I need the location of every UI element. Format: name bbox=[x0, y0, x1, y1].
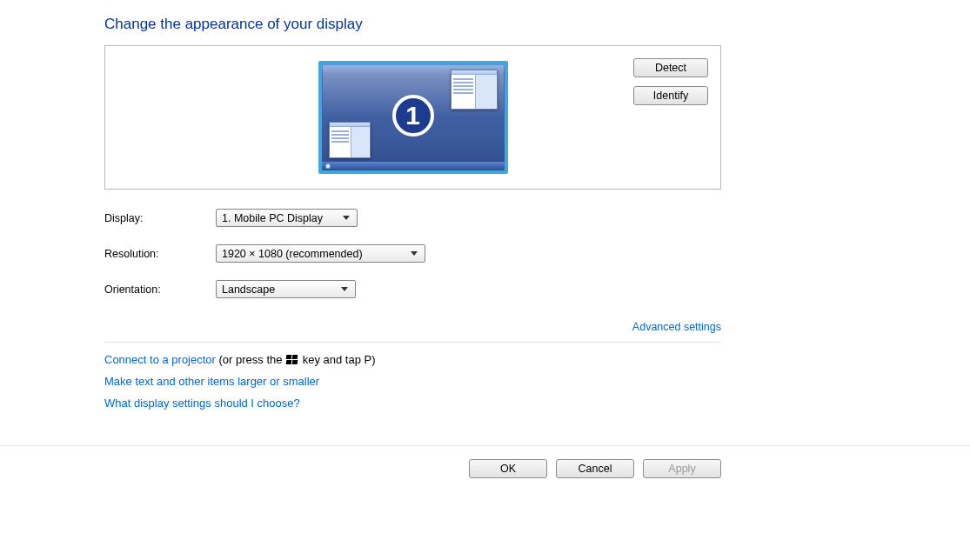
monitor-thumbnail-1[interactable]: 1 bbox=[318, 61, 508, 174]
action-bar-divider bbox=[0, 445, 970, 446]
apply-button[interactable]: Apply bbox=[643, 459, 721, 478]
mini-window-icon bbox=[451, 70, 498, 110]
resolution-label: Resolution: bbox=[104, 248, 216, 260]
chevron-down-icon bbox=[343, 216, 350, 220]
chevron-down-icon bbox=[341, 287, 348, 291]
connect-projector-link[interactable]: Connect to a projector bbox=[104, 353, 216, 366]
monitor-number-badge: 1 bbox=[392, 95, 434, 137]
advanced-settings-link[interactable]: Advanced settings bbox=[632, 321, 721, 333]
mini-window-icon bbox=[329, 122, 371, 158]
page-title: Change the appearance of your display bbox=[104, 16, 970, 33]
windows-key-icon bbox=[286, 355, 298, 365]
orientation-label: Orientation: bbox=[104, 283, 216, 296]
display-label: Display: bbox=[104, 212, 216, 224]
detect-button[interactable]: Detect bbox=[633, 58, 708, 77]
projector-hint-text-a: (or press the bbox=[216, 353, 285, 366]
divider bbox=[104, 342, 721, 343]
display-dropdown[interactable]: 1. Mobile PC Display bbox=[216, 209, 358, 227]
ok-button[interactable]: OK bbox=[469, 459, 547, 478]
orientation-dropdown[interactable]: Landscape bbox=[216, 280, 356, 298]
display-preview-area: 1 Detect Identify bbox=[104, 45, 721, 190]
projector-hint-text-b: key and tap P) bbox=[299, 353, 375, 366]
cancel-button[interactable]: Cancel bbox=[556, 459, 634, 478]
help-link[interactable]: What display settings should I choose? bbox=[104, 397, 300, 410]
resolution-dropdown[interactable]: 1920 × 1080 (recommended) bbox=[216, 244, 425, 263]
resolution-dropdown-value: 1920 × 1080 (recommended) bbox=[222, 248, 363, 260]
orientation-dropdown-value: Landscape bbox=[222, 283, 275, 296]
chevron-down-icon bbox=[411, 251, 418, 256]
monitor-taskbar-icon bbox=[322, 162, 505, 170]
text-size-link[interactable]: Make text and other items larger or smal… bbox=[104, 375, 319, 388]
display-dropdown-value: 1. Mobile PC Display bbox=[222, 212, 323, 224]
identify-button[interactable]: Identify bbox=[633, 86, 708, 105]
